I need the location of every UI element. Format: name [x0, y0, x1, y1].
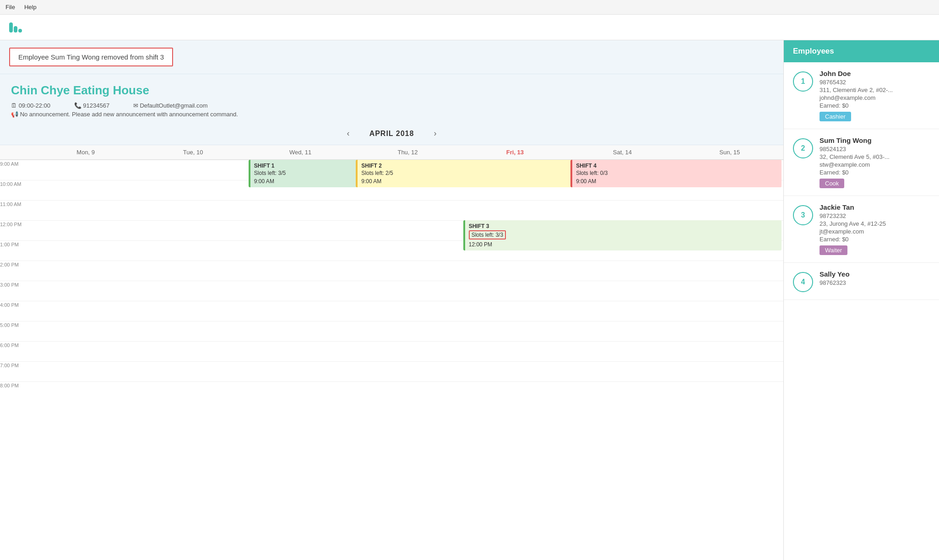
time-gutter-header	[0, 145, 32, 159]
day-cell-5-9[interactable]	[569, 341, 676, 361]
time-label-10: 7:00 PM	[0, 361, 32, 381]
day-cell-6-11[interactable]	[676, 381, 783, 402]
day-cell-1-3[interactable]	[139, 220, 246, 240]
day-cell-2-8[interactable]	[247, 321, 354, 341]
time-label-3: 12:00 PM	[0, 220, 32, 240]
employee-name-3: Jackie Tan	[820, 203, 930, 211]
day-cell-3-7[interactable]	[354, 301, 461, 321]
svg-rect-1	[14, 26, 17, 33]
day-cell-0-7[interactable]	[32, 301, 139, 321]
employee-details-4: Sally Yeo 98762323	[820, 270, 930, 287]
day-cell-2-2[interactable]	[247, 200, 354, 220]
time-label-0: 9:00 AM	[0, 160, 32, 180]
day-cell-6-6[interactable]	[676, 281, 783, 301]
employee-address-3: 23, Jurong Ave 4, #12-25	[820, 220, 930, 227]
menu-help[interactable]: Help	[24, 4, 37, 11]
day-cell-2-10[interactable]	[247, 361, 354, 381]
employee-avatar-4: 4	[793, 272, 813, 292]
day-cell-2-9[interactable]	[247, 341, 354, 361]
day-cell-0-8[interactable]	[32, 321, 139, 341]
day-cell-6-2[interactable]	[676, 200, 783, 220]
day-cell-1-4[interactable]	[139, 240, 246, 261]
day-header-sat: Sat, 14	[569, 145, 676, 159]
employee-item-2: 2 Sum Ting Wong 98524123 32, Clementi Av…	[784, 129, 939, 196]
day-cell-0-5[interactable]	[32, 261, 139, 281]
day-cell-1-6[interactable]	[139, 281, 246, 301]
shift-block-shift-4[interactable]: SHIFT 4Slots left: 0/39:00 AM	[570, 160, 782, 187]
day-cell-1-9[interactable]	[139, 341, 246, 361]
day-cell-3-11[interactable]	[354, 381, 461, 402]
employee-details-2: Sum Ting Wong 98524123 32, Clementi Ave …	[820, 136, 930, 188]
day-cell-5-6[interactable]	[569, 281, 676, 301]
day-cell-6-9[interactable]	[676, 341, 783, 361]
day-cell-0-2[interactable]	[32, 200, 139, 220]
day-cell-0-6[interactable]	[32, 281, 139, 301]
day-cell-0-3[interactable]	[32, 220, 139, 240]
employee-role-2: Cook	[820, 179, 844, 188]
day-cell-6-8[interactable]	[676, 321, 783, 341]
day-cell-3-5[interactable]	[354, 261, 461, 281]
day-cell-5-10[interactable]	[569, 361, 676, 381]
day-cell-4-6[interactable]	[461, 281, 569, 301]
employee-avatar-3: 3	[793, 205, 813, 225]
day-cell-6-5[interactable]	[676, 261, 783, 281]
day-cell-3-9[interactable]	[354, 341, 461, 361]
day-cell-2-11[interactable]	[247, 381, 354, 402]
day-cell-2-6[interactable]	[247, 281, 354, 301]
month-label: APRIL 2018	[355, 130, 429, 138]
calendar-nav: ‹ APRIL 2018 ›	[0, 122, 783, 145]
day-cell-5-5[interactable]	[569, 261, 676, 281]
day-cell-1-1[interactable]	[139, 180, 246, 200]
day-cell-4-11[interactable]	[461, 381, 569, 402]
day-cell-5-8[interactable]	[569, 321, 676, 341]
employee-address-1: 311, Clementi Ave 2, #02-...	[820, 87, 930, 93]
time-label-4: 1:00 PM	[0, 240, 32, 261]
day-cell-6-10[interactable]	[676, 361, 783, 381]
employee-name-4: Sally Yeo	[820, 270, 930, 278]
notification-box: Employee Sum Ting Wong removed from shif…	[9, 48, 173, 66]
day-cell-4-10[interactable]	[461, 361, 569, 381]
day-cell-1-5[interactable]	[139, 261, 246, 281]
employees-list: 1 John Doe 98765432 311, Clementi Ave 2,…	[784, 62, 939, 560]
day-cell-0-0[interactable]	[32, 160, 139, 180]
day-cell-6-7[interactable]	[676, 301, 783, 321]
day-cell-1-11[interactable]	[139, 381, 246, 402]
menu-file[interactable]: File	[5, 4, 15, 11]
day-cell-0-9[interactable]	[32, 341, 139, 361]
employee-email-1: johnd@example.com	[820, 94, 930, 101]
day-cell-4-9[interactable]	[461, 341, 569, 361]
day-cell-4-7[interactable]	[461, 301, 569, 321]
day-cell-3-3[interactable]	[354, 220, 461, 240]
day-cell-2-5[interactable]	[247, 261, 354, 281]
day-cell-5-2[interactable]	[569, 200, 676, 220]
day-cell-2-3[interactable]	[247, 220, 354, 240]
day-cell-3-10[interactable]	[354, 361, 461, 381]
employee-email-3: jt@example.com	[820, 228, 930, 235]
next-month-button[interactable]: ›	[429, 127, 442, 140]
day-cell-1-8[interactable]	[139, 321, 246, 341]
day-cell-2-7[interactable]	[247, 301, 354, 321]
prev-month-button[interactable]: ‹	[342, 127, 355, 140]
day-cell-0-10[interactable]	[32, 361, 139, 381]
shift-block-shift-3[interactable]: SHIFT 3Slots left: 3/312:00 PM	[463, 220, 782, 250]
day-cell-4-8[interactable]	[461, 321, 569, 341]
day-cell-4-2[interactable]	[461, 200, 569, 220]
day-cell-1-7[interactable]	[139, 301, 246, 321]
day-cell-0-4[interactable]	[32, 240, 139, 261]
day-cell-4-5[interactable]	[461, 261, 569, 281]
employee-earned-1: Earned: $0	[820, 102, 930, 109]
day-cell-0-1[interactable]	[32, 180, 139, 200]
day-cell-5-7[interactable]	[569, 301, 676, 321]
day-cell-2-4[interactable]	[247, 240, 354, 261]
day-cell-3-2[interactable]	[354, 200, 461, 220]
day-cell-3-6[interactable]	[354, 281, 461, 301]
day-cell-5-11[interactable]	[569, 381, 676, 402]
day-cell-1-10[interactable]	[139, 361, 246, 381]
day-cell-1-0[interactable]	[139, 160, 246, 180]
day-cell-3-8[interactable]	[354, 321, 461, 341]
day-cell-3-4[interactable]	[354, 240, 461, 261]
day-cell-1-2[interactable]	[139, 200, 246, 220]
employee-id-2: 98524123	[820, 146, 930, 152]
restaurant-info: Chin Chye Eating House 🗓 09:00-22:00 📞 9…	[0, 74, 783, 122]
day-cell-0-11[interactable]	[32, 381, 139, 402]
